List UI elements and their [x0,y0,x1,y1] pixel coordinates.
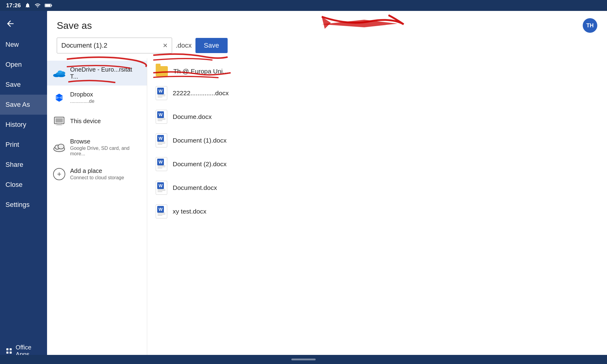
word-icon-5 [156,181,167,195]
nav-item-saveas[interactable]: Save As [0,95,47,115]
status-time: 17:26 [6,2,21,9]
content-area: Save as TH ✕ .docx Save [47,11,607,364]
dropbox-icon [53,92,65,104]
file-item-3[interactable]: Document (1).docx [147,129,607,152]
svg-rect-1 [45,4,50,7]
wifi-icon [34,2,41,8]
svg-rect-18 [56,125,62,125]
file-name-folder: Th @ Europa Uni... [173,68,228,75]
nav-item-print[interactable]: Print [0,135,47,155]
browse-name: Browse [70,138,141,145]
nav-item-history[interactable]: History [0,115,47,135]
filename-input[interactable] [57,38,172,53]
nav-label-save: Save [5,81,21,89]
nav-item-save[interactable]: Save [0,75,47,95]
save-button[interactable]: Save [195,38,228,53]
file-name-1: 22222..............docx [173,89,229,97]
file-name-5: Document.docx [173,184,217,191]
nav-label-new: New [5,41,19,49]
svg-rect-2 [51,5,52,6]
dropbox-name: Dropbox [70,91,141,98]
word-icon-3 [156,133,167,147]
left-nav: New Open Save Save As History Print Shar… [0,11,47,364]
home-indicator[interactable] [291,359,316,360]
addplace-name: Add a place [70,167,141,174]
svg-rect-16 [56,118,63,123]
svg-rect-3 [6,348,8,350]
file-item-1[interactable]: 22222..............docx [147,81,607,105]
device-icon [53,115,65,127]
nav-item-share[interactable]: Share [0,155,47,175]
battery-icon [45,3,53,8]
location-dropbox[interactable]: Dropbox ..............de [47,86,147,110]
location-browse[interactable]: Browse Google Drive, SD card, and more..… [47,133,147,162]
app-container: New Open Save Save As History Print Shar… [0,11,607,364]
location-addplace[interactable]: + Add a place Connect to cloud storage [47,162,147,186]
notification-icon [25,2,31,8]
onedrive-name: OneDrive - Euro...rsität T... [70,66,141,80]
location-thisdevice[interactable]: This device [47,110,147,133]
file-name-2: Docume.docx [173,113,212,120]
location-onedrive[interactable]: OneDrive - Euro...rsität T... [47,61,147,86]
dropbox-sub: ..............de [70,99,141,104]
word-icon-1 [156,86,167,100]
nav-label-history: History [5,121,26,129]
add-icon: + [53,168,65,180]
locations-panel: OneDrive - Euro...rsität T... Dropbox [47,58,147,364]
user-avatar[interactable]: TH [583,18,597,33]
status-bar: 17:26 [0,0,607,11]
files-panel: Th @ Europa Uni... 22222..............do… [147,58,607,364]
nav-item-new[interactable]: New [0,35,47,55]
status-left: 17:26 [6,2,53,9]
file-item-6[interactable]: xy test.docx [147,200,607,223]
thisdevice-name: This device [70,118,141,125]
svg-rect-6 [10,352,12,354]
dialog-header: Save as TH [47,11,607,38]
svg-rect-4 [10,348,12,350]
dropbox-info: Dropbox ..............de [70,91,141,104]
browse-info: Browse Google Drive, SD card, and more..… [70,138,141,157]
nav-item-settings[interactable]: Settings [0,195,47,215]
bottom-bar [0,355,607,364]
file-name-6: xy test.docx [173,208,206,215]
addplace-sub: Connect to cloud storage [70,175,141,180]
thisdevice-info: This device [70,118,141,125]
svg-point-21 [58,144,64,149]
nav-item-close[interactable]: Close [0,175,47,195]
body-panels: OneDrive - Euro...rsität T... Dropbox [47,58,607,364]
browse-sub: Google Drive, SD card, and more... [70,146,141,157]
dialog-title: Save as [57,20,92,31]
svg-rect-17 [57,124,61,125]
file-name-3: Document (1).docx [173,137,226,144]
word-icon-2 [156,110,167,124]
folder-icon [156,66,168,76]
nav-label-print: Print [5,141,19,149]
nav-label-open: Open [5,61,22,69]
cloud-icon [53,141,65,153]
nav-label-share: Share [5,161,23,169]
file-extension-label: .docx [176,42,192,49]
nav-item-open[interactable]: Open [0,55,47,75]
file-name-4: Document (2).docx [173,160,226,168]
nav-label-saveas: Save As [5,101,30,109]
file-item-5[interactable]: Document.docx [147,176,607,200]
back-button[interactable] [0,14,47,35]
onedrive-icon [53,67,65,79]
svg-point-11 [58,70,62,73]
onedrive-info: OneDrive - Euro...rsität T... [70,66,141,80]
addplace-info: Add a place Connect to cloud storage [70,167,141,180]
file-item-2[interactable]: Docume.docx [147,105,607,129]
nav-label-settings: Settings [5,201,30,209]
svg-rect-5 [6,352,8,354]
clear-filename-button[interactable]: ✕ [161,41,169,50]
filename-row: ✕ .docx Save [47,38,607,58]
word-icon-4 [156,157,167,171]
file-item-4[interactable]: Document (2).docx [147,152,607,176]
grid-icon [5,347,12,355]
file-item-folder[interactable]: Th @ Europa Uni... [147,61,607,81]
nav-label-close: Close [5,181,22,189]
filename-input-wrapper: ✕ [57,38,172,53]
word-icon-6 [156,204,167,218]
